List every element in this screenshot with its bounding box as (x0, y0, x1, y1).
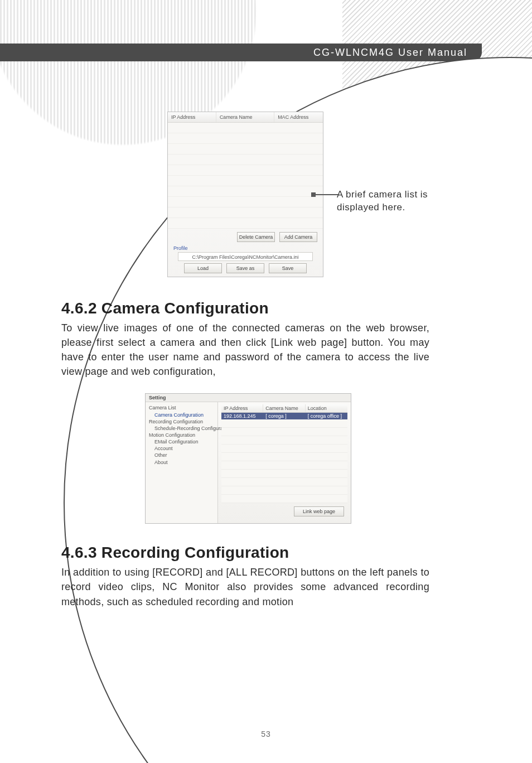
link-web-page-button[interactable]: Link web page (294, 506, 344, 516)
camera-list-rows (168, 123, 323, 229)
save-button[interactable]: Save (269, 263, 307, 273)
profile-label: Profile (168, 244, 323, 251)
col-ip-address: IP Address (168, 112, 216, 122)
tree-about[interactable]: About (149, 459, 214, 466)
tree-schedule-recording[interactable]: Schedule-Recording Configuration (149, 425, 214, 432)
setting-table-headers: IP Address Camera Name Location (221, 404, 347, 413)
setting-tree: Camera List Camera Configuration Recordi… (146, 402, 218, 523)
setting-footer: Link web page (221, 503, 347, 520)
setting-dialog: Setting Camera List Camera Configuration… (145, 393, 351, 524)
profile-button-row: Load Save as Save (168, 263, 323, 273)
tree-account[interactable]: Account (149, 445, 214, 452)
setting-dialog-title: Setting (146, 394, 351, 402)
delete-camera-button[interactable]: Delete Camera (237, 232, 275, 242)
tree-camera-list[interactable]: Camera List (149, 404, 214, 411)
hdr-camera-name: Camera Name (263, 404, 305, 412)
page-content: IP Address Camera Name MAC Address Delet… (61, 112, 471, 609)
save-as-button[interactable]: Save as (226, 263, 264, 273)
camera-list-columns: IP Address Camera Name MAC Address (168, 112, 323, 123)
section-camera-configuration: 4.6.2 Camera Configuration To view live … (61, 300, 429, 524)
camera-list-panel: IP Address Camera Name MAC Address Delet… (167, 112, 323, 277)
section-recording-configuration: 4.6.3 Recording Configuration In additio… (61, 544, 429, 609)
callout-line2: displayed here. (337, 202, 405, 213)
setting-table-row-selected[interactable]: 192.168.1.245 [ corega ] [ corega office… (221, 413, 347, 419)
page-number: 53 (0, 730, 532, 738)
tree-email-configuration[interactable]: EMail Configuration (149, 438, 214, 445)
col-camera-name: Camera Name (216, 112, 274, 122)
load-button[interactable]: Load (184, 263, 222, 273)
tree-recording-configuration[interactable]: Recording Configuration (149, 418, 214, 425)
callout-line1: A brief camera list is (337, 189, 428, 200)
hdr-location: Location (306, 404, 347, 412)
col-mac-address: MAC Address (274, 112, 323, 122)
cell-ip: 192.168.1.245 (221, 413, 263, 419)
tree-other[interactable]: Other (149, 452, 214, 458)
cell-name: [ corega ] (263, 413, 305, 419)
camera-list-button-row: Delete Camera Add Camera (168, 229, 323, 244)
heading-recording-configuration: 4.6.3 Recording Configuration (61, 544, 429, 562)
header-title-bar: CG-WLNCM4G User Manual (0, 44, 482, 61)
tree-camera-configuration[interactable]: Camera Configuration (149, 412, 214, 418)
callout-text: A brief camera list is displayed here. (337, 189, 428, 214)
setting-right-panel: IP Address Camera Name Location 192.168.… (218, 402, 351, 523)
header-title: CG-WLNCM4G User Manual (313, 47, 467, 59)
add-camera-button[interactable]: Add Camera (279, 232, 317, 242)
cell-location: [ corega office ] (306, 413, 347, 419)
body-camera-configuration: To view live images of one of the connec… (61, 321, 429, 379)
body-recording-configuration: In addition to using [RECORD] and [ALL R… (61, 565, 429, 609)
heading-camera-configuration: 4.6.2 Camera Configuration (61, 300, 429, 317)
callout-pointer-line (313, 194, 338, 195)
hdr-ip-address: IP Address (221, 404, 263, 412)
profile-path-field[interactable]: C:\Program Files\Corega\NCMonitor\Camera… (178, 252, 313, 261)
setting-table-empty (221, 419, 347, 503)
tree-motion-configuration[interactable]: Motion Configuration (149, 432, 214, 438)
